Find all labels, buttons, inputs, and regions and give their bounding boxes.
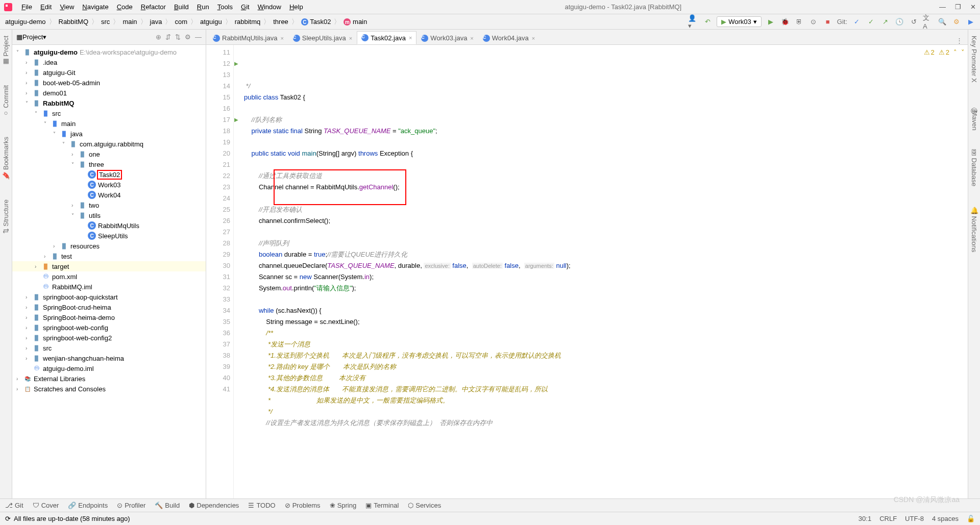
breadcrumb-segment[interactable]: atguigu-demo	[4, 18, 47, 26]
database-tool-button[interactable]: 🗄 Database	[970, 147, 978, 188]
tree-node[interactable]: ˅▉java	[12, 129, 206, 139]
profile-button[interactable]: ⊙	[808, 17, 819, 27]
run-button[interactable]: ▶	[766, 17, 776, 27]
tree-node[interactable]: ⓜatguigu-demo.iml	[12, 363, 206, 373]
bottom-tool-profiler[interactable]: ⊙Profiler	[117, 502, 145, 509]
breadcrumb-segment[interactable]: src	[100, 18, 111, 26]
tree-node[interactable]: CWork04	[12, 190, 206, 200]
menu-window[interactable]: Window	[254, 3, 285, 11]
bookmarks-tool-button[interactable]: 🔖 Bookmarks	[2, 135, 10, 182]
collapse-all-icon[interactable]: ⇅	[175, 33, 181, 41]
close-tab-icon[interactable]: ×	[409, 35, 412, 41]
tree-node[interactable]: ›▉springboot-web-config	[12, 322, 206, 333]
bottom-tool-git[interactable]: ⎇Git	[5, 502, 23, 509]
tree-node[interactable]: ›▉test	[12, 251, 206, 261]
tree-node[interactable]: ˅▉src	[12, 108, 206, 118]
tree-node[interactable]: CSleepUtils	[12, 231, 206, 241]
close-tab-icon[interactable]: ×	[280, 35, 283, 41]
editor-tab[interactable]: CTask02.java×	[357, 31, 416, 44]
breadcrumb-segment[interactable]: atguigu	[199, 18, 223, 26]
tree-node[interactable]: ˅▉RabbitMQ	[12, 98, 206, 108]
bottom-tool-problems[interactable]: ⊘Problems	[285, 502, 321, 509]
menu-build[interactable]: Build	[170, 3, 193, 11]
bottom-tool-dependencies[interactable]: ⬢Dependencies	[189, 502, 239, 509]
search-icon[interactable]: 🔍	[937, 17, 947, 27]
structure-tool-button[interactable]: ⇅ Structure	[2, 197, 10, 236]
chevron-up-icon[interactable]: ˄	[953, 47, 957, 58]
select-opened-file-icon[interactable]: ⊕	[156, 33, 161, 41]
gutter[interactable]: 1112131415161718192021222324252627282930…	[206, 45, 234, 498]
tree-node[interactable]: ›▉boot-web-05-admin	[12, 78, 206, 88]
close-tab-icon[interactable]: ×	[470, 35, 473, 41]
project-tool-button[interactable]: ▦ Project	[2, 34, 10, 68]
settings-gear-icon[interactable]: ⚙	[185, 33, 191, 41]
breadcrumb-segment[interactable]: rabbitmq	[234, 18, 262, 26]
tree-node[interactable]: ›▉.idea	[12, 57, 206, 67]
tree-node[interactable]: CWork03	[12, 180, 206, 190]
menu-git[interactable]: Git	[237, 3, 254, 11]
vcs-push-icon[interactable]: ↗	[880, 17, 890, 27]
breadcrumb-segment[interactable]: com	[174, 18, 188, 26]
tree-node[interactable]: ›▉demo01	[12, 88, 206, 98]
minimize-button[interactable]: —	[939, 3, 946, 11]
vcs-rollback-icon[interactable]: ↺	[909, 17, 919, 27]
tree-node[interactable]: ›▉two	[12, 200, 206, 210]
commit-tool-button[interactable]: ○ Commit	[2, 83, 10, 119]
run-config-selector[interactable]: ▶ Work03 ▾	[717, 16, 762, 27]
file-encoding[interactable]: UTF-8	[905, 515, 924, 522]
bottom-tool-todo[interactable]: ☰TODO	[248, 502, 275, 509]
coverage-button[interactable]: ⛨	[794, 17, 804, 27]
breadcrumb-class[interactable]: C Task02	[300, 18, 332, 26]
key-promoter-tool-button[interactable]: Key Promoter X	[970, 34, 978, 85]
readonly-lock-icon[interactable]: 🔓	[967, 515, 975, 522]
tree-node[interactable]: ›▉resources	[12, 241, 206, 251]
menu-tools[interactable]: Tools	[213, 3, 237, 11]
settings-icon[interactable]: ⚙	[951, 17, 962, 27]
editor-tab[interactable]: CRabbitMqUtils.java×	[208, 31, 288, 44]
tree-node[interactable]: ˅▉main	[12, 118, 206, 129]
breadcrumb-segment[interactable]: three	[272, 18, 289, 26]
menu-edit[interactable]: Edit	[36, 3, 56, 11]
back-icon[interactable]: ↶	[702, 17, 713, 27]
tree-node[interactable]: ›▉springboot-web-config2	[12, 333, 206, 343]
vcs-commit-icon[interactable]: ✓	[866, 17, 876, 27]
tree-node[interactable]: ⓜpom.xml	[12, 271, 206, 282]
tree-node[interactable]: ›▉springboot-aop-quickstart	[12, 292, 206, 302]
bottom-tool-cover[interactable]: 🛡Cover	[33, 502, 59, 509]
menu-run[interactable]: Run	[193, 3, 213, 11]
close-tab-icon[interactable]: ×	[349, 35, 352, 41]
notifications-tool-button[interactable]: 🔔 Notifications	[970, 204, 978, 254]
menu-navigate[interactable]: Navigate	[78, 3, 112, 11]
menu-view[interactable]: View	[56, 3, 78, 11]
breadcrumb-segment[interactable]: main	[121, 18, 138, 26]
ide-update-icon[interactable]: ▶	[966, 17, 976, 27]
tree-node[interactable]: ›▉SpringBoot-crud-heima	[12, 302, 206, 312]
caret-position[interactable]: 30:1	[859, 515, 871, 522]
expand-all-icon[interactable]: ⇵	[165, 33, 171, 41]
editor-tab[interactable]: CWork04.java×	[478, 31, 540, 44]
bottom-tool-build[interactable]: 🔨Build	[155, 502, 180, 509]
line-separator[interactable]: CRLF	[879, 515, 897, 522]
bottom-tool-terminal[interactable]: ▣Terminal	[365, 502, 399, 509]
tree-node[interactable]: ›▉SpringBoot-heima-demo	[12, 312, 206, 322]
stop-button[interactable]: ■	[823, 17, 833, 27]
tree-node[interactable]: ›▉wenjian-shangchuan-heima	[12, 353, 206, 363]
close-tab-icon[interactable]: ×	[532, 35, 535, 41]
bottom-tool-endpoints[interactable]: 🔗Endpoints	[68, 502, 108, 509]
breadcrumb-segment[interactable]: java	[149, 18, 163, 26]
close-button[interactable]: ✕	[970, 3, 976, 11]
breadcrumb-method[interactable]: m main	[342, 18, 368, 26]
tree-node[interactable]: ›📚External Libraries	[12, 373, 206, 384]
editor-tab[interactable]: CWork03.java×	[416, 31, 478, 44]
breadcrumb-segment[interactable]: RabbitMQ	[58, 18, 90, 26]
bottom-tool-spring[interactable]: ❀Spring	[330, 502, 357, 509]
tree-node[interactable]: ›▉src	[12, 343, 206, 353]
menu-help[interactable]: Help	[285, 3, 307, 11]
tree-node[interactable]: CRabbitMqUtils	[12, 220, 206, 231]
menu-code[interactable]: Code	[113, 3, 137, 11]
bottom-tool-services[interactable]: ⬡Services	[408, 502, 441, 509]
vcs-history-icon[interactable]: 🕓	[894, 17, 904, 27]
tree-node[interactable]: ›▉one	[12, 149, 206, 159]
tree-node[interactable]: ›📋Scratches and Consoles	[12, 384, 206, 394]
tree-node[interactable]: ›▉atguigu-Git	[12, 67, 206, 78]
